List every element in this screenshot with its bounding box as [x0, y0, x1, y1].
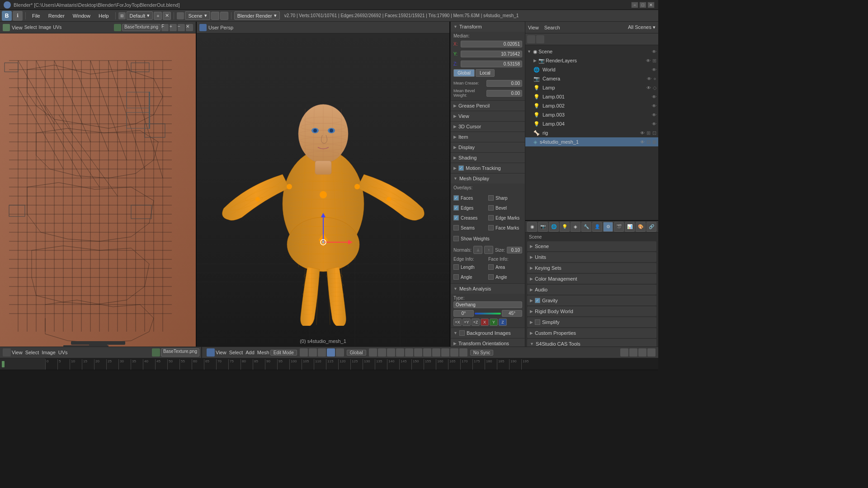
seams-checkbox[interactable]	[453, 225, 459, 230]
sp-icon-12[interactable]: 🔗	[646, 222, 656, 232]
axis-y-btn[interactable]: Y	[490, 319, 498, 326]
scene-del-btn[interactable]	[220, 12, 228, 20]
lamp003-eye[interactable]: 👁	[652, 113, 656, 117]
motion-tracking-checkbox[interactable]: ✓	[458, 165, 464, 171]
size-value[interactable]: 0.10	[507, 247, 522, 253]
tool-btn-5[interactable]	[405, 348, 413, 357]
local-btn[interactable]: Local	[476, 69, 495, 77]
tree-item-world[interactable]: 🌐 World 👁	[525, 65, 658, 74]
scene-dropdown[interactable]: Scene ▾	[185, 11, 210, 20]
layout-add-btn[interactable]: +	[154, 12, 162, 20]
tree-item-lamp002[interactable]: 💡 Lamp.002 👁	[525, 101, 658, 110]
background-images-checkbox[interactable]	[459, 330, 465, 336]
uv-image-btn[interactable]: Image	[42, 350, 56, 355]
sp-cas-header[interactable]: ▼ S4Studio CAS Tools	[527, 339, 656, 347]
close-button[interactable]: ✕	[647, 2, 655, 8]
tool-btn-11[interactable]	[459, 348, 467, 357]
rt-btn-4[interactable]	[647, 348, 656, 357]
sp-icon-8[interactable]: ⚙	[603, 222, 613, 232]
axis-x-btn[interactable]: X	[481, 319, 489, 326]
sp-simplify-header[interactable]: ▶ Simplify	[527, 317, 656, 327]
world-eye[interactable]: 👁	[652, 67, 656, 72]
tree-item-s4mesh[interactable]: ◈ s4studio_mesh_1 👁 ⊡ ⊞	[525, 137, 658, 146]
uv-canvas[interactable]	[0, 33, 196, 347]
tree-item-camera[interactable]: 📷 Camera 👁 ⋄	[525, 74, 658, 83]
rt-btn-2[interactable]	[629, 348, 637, 357]
display-header[interactable]: ▶ Display	[451, 142, 525, 152]
tool-btn-4[interactable]	[396, 348, 404, 357]
3d-viewport[interactable]: User Persp	[197, 22, 450, 347]
sp-icon-10[interactable]: 📊	[625, 222, 635, 232]
angle-checkbox[interactable]	[453, 274, 459, 280]
timeline-ruler[interactable]: 0510152025303540455055606570758085909510…	[45, 358, 658, 370]
tree-item-rig[interactable]: 🦴 rig 👁 ⊞ ⊡	[525, 128, 658, 137]
type-dropdown[interactable]: Overhang	[453, 301, 522, 308]
edit-mode-dropdown[interactable]: Edit Mode	[270, 350, 297, 356]
3d-view-btn[interactable]: View	[216, 350, 226, 355]
y-value[interactable]: 10.71642	[461, 51, 522, 57]
sp-icon-7[interactable]: 👤	[592, 222, 602, 232]
timeline-bar[interactable]: 0510152025303540455055606570758085909510…	[0, 358, 658, 370]
rt-btn-1[interactable]	[620, 348, 628, 357]
menu-help[interactable]: Help	[95, 12, 113, 19]
mesh-analysis-header[interactable]: ▼ Mesh Analysis	[451, 284, 525, 294]
uv-texture-select[interactable]: BaseTexture.png	[122, 24, 160, 31]
3d-canvas[interactable]: (0) s4studio_mesh_1	[197, 33, 449, 347]
uv-uvs-label[interactable]: UVs	[53, 25, 61, 30]
lamp-eye[interactable]: 👁	[646, 85, 651, 90]
uv-toolbar-icon-1[interactable]	[152, 348, 160, 357]
3d-add-btn[interactable]: Add	[245, 350, 255, 355]
uv-uvs-btn[interactable]: UVs	[58, 350, 68, 355]
layout-dropdown[interactable]: Default ▾	[127, 11, 153, 20]
tool-btn-7[interactable]	[423, 348, 431, 357]
uv-select-btn[interactable]: Select	[25, 350, 39, 355]
simplify-checkbox[interactable]	[535, 319, 540, 325]
motion-tracking-header[interactable]: ▶ ✓ Motion Tracking	[451, 163, 525, 173]
sp-icon-4[interactable]: 💡	[560, 222, 570, 232]
sp-rigidbody-header[interactable]: ▶ Rigid Body World	[527, 306, 656, 316]
rt-btn-3[interactable]	[638, 348, 646, 357]
range-min[interactable]: 0°	[453, 310, 474, 317]
tool-btn-1[interactable]	[369, 348, 377, 357]
all-scenes-dropdown[interactable]: All Scenes ▾	[628, 24, 656, 30]
menu-render[interactable]: Render	[45, 12, 68, 19]
tool-btn-2[interactable]	[378, 348, 386, 357]
sp-icon-1[interactable]: ◉	[527, 222, 537, 232]
sp-icon-6[interactable]: 🔧	[581, 222, 591, 232]
edge-marks-checkbox[interactable]	[488, 215, 494, 221]
show-weights-checkbox[interactable]	[453, 236, 459, 241]
sp-icon-5[interactable]: ◈	[571, 222, 580, 232]
transform-dropdown[interactable]: Global	[347, 350, 366, 356]
axis-z-btn[interactable]: Z	[499, 319, 507, 326]
3d-select-btn[interactable]: Select	[229, 350, 243, 355]
shading-header[interactable]: ▶ Shading	[451, 153, 525, 163]
viewport-mode-1[interactable]	[300, 348, 308, 357]
minimize-button[interactable]: −	[631, 2, 638, 8]
uv-plus-btn[interactable]: +	[170, 24, 177, 31]
cursor-header[interactable]: ▶ 3D Cursor	[451, 122, 525, 131]
layout-del-btn[interactable]: ✕	[163, 12, 171, 20]
view-header[interactable]: ▶ View	[451, 111, 525, 121]
viewport-mode-5[interactable]	[336, 348, 344, 357]
item-header[interactable]: ▶ Item	[451, 132, 525, 142]
uv-view-btn[interactable]: View	[12, 350, 23, 355]
axis-plus-x-btn[interactable]: +X	[453, 319, 462, 326]
scene-add-btn[interactable]	[211, 12, 219, 20]
edges-checkbox[interactable]: ✓	[453, 205, 459, 211]
resize-handle-h[interactable]	[89, 344, 107, 347]
blender-icon[interactable]: B	[2, 11, 12, 21]
sp-color-header[interactable]: ▶ Color Management	[527, 274, 656, 284]
menu-file[interactable]: File	[28, 12, 44, 19]
tree-item-renderlayers[interactable]: ▶ 📷 RenderLayers 👁 ⊞	[525, 56, 658, 65]
menu-window[interactable]: Window	[69, 12, 94, 19]
uv-f-btn[interactable]: F	[161, 24, 169, 31]
sp-icon-3[interactable]: 🌐	[549, 222, 559, 232]
faces-checkbox[interactable]: ✓	[453, 195, 459, 201]
sp-audio-header[interactable]: ▶ Audio	[527, 285, 656, 295]
bevel-checkbox[interactable]	[488, 205, 494, 211]
gravity-checkbox[interactable]: ✓	[535, 298, 540, 303]
scene-eye[interactable]: 👁	[652, 49, 656, 54]
uv-image-label[interactable]: Image	[38, 25, 51, 30]
viewport-mode-4[interactable]	[327, 348, 335, 357]
uv-x-btn[interactable]: ✕	[186, 24, 193, 31]
